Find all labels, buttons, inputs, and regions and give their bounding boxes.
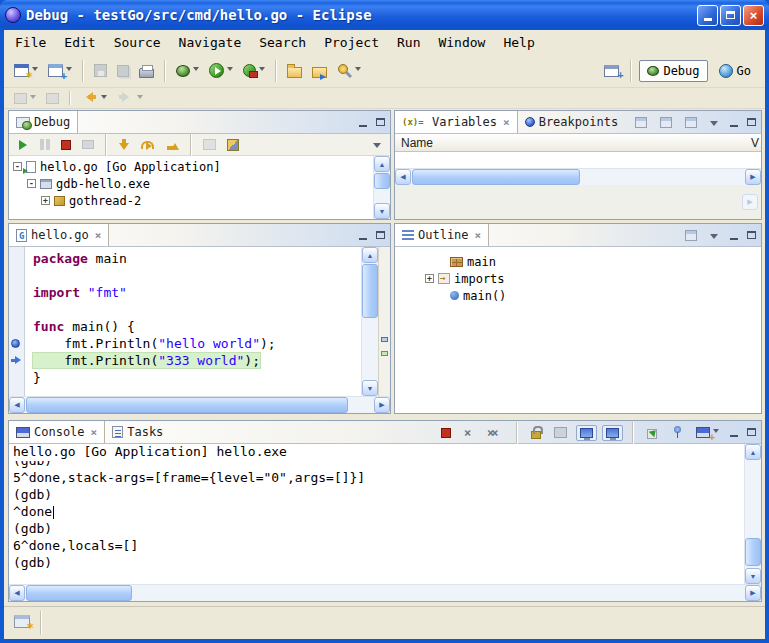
close-tab-icon[interactable]: ×	[475, 230, 482, 241]
collapse-all-button[interactable]	[681, 227, 701, 244]
editor-vertical-scrollbar[interactable]: ▲ ▼	[361, 247, 378, 396]
menu-project[interactable]: Project	[315, 32, 388, 53]
show-logical-structures-button[interactable]	[656, 114, 676, 131]
code-line[interactable]: package main	[33, 251, 361, 268]
open-console-button[interactable]	[692, 424, 723, 441]
last-edit-location-button[interactable]	[10, 90, 40, 107]
scroll-left-icon[interactable]: ◀	[395, 169, 411, 185]
console-vertical-scrollbar[interactable]: ▲ ▼	[744, 444, 761, 584]
code-line[interactable]: fmt.Println("hello world");	[33, 336, 361, 353]
outline-tree[interactable]: main+importsmain()	[395, 247, 761, 413]
tree-item-gdb-hello-exe[interactable]: -gdb-hello.exe	[9, 175, 373, 192]
close-tab-icon[interactable]: ×	[91, 427, 98, 438]
view-menu-button[interactable]	[706, 116, 723, 130]
maximize-view-button[interactable]	[743, 227, 759, 242]
scroll-thumb[interactable]	[745, 538, 761, 566]
overview-marker[interactable]	[381, 337, 388, 342]
perspective-go-button[interactable]: Go	[711, 60, 759, 82]
resume-button[interactable]	[13, 136, 33, 154]
save-button[interactable]	[90, 61, 111, 80]
minimize-view-button[interactable]	[726, 114, 742, 129]
debug-tree[interactable]: -hello.go [Go Application]-gdb-hello.exe…	[9, 158, 373, 209]
overview-ruler[interactable]	[378, 247, 390, 396]
minimize-view-button[interactable]	[726, 227, 742, 242]
instruction-pointer-marker[interactable]	[11, 356, 23, 366]
menu-run[interactable]: Run	[388, 32, 429, 53]
expand-icon[interactable]: +	[41, 196, 50, 205]
next-annotation-button[interactable]	[42, 90, 63, 107]
new-go-element-button[interactable]	[44, 61, 76, 80]
show-type-names-button[interactable]	[631, 114, 651, 131]
maximize-button[interactable]	[720, 5, 741, 26]
scroll-right-icon[interactable]: ▶	[374, 397, 390, 413]
code-line[interactable]: }	[33, 370, 361, 387]
scroll-thumb[interactable]	[412, 169, 580, 185]
scroll-up-icon[interactable]: ▲	[745, 444, 761, 460]
drop-to-frame-button[interactable]	[199, 136, 220, 153]
overview-marker[interactable]	[381, 351, 388, 356]
collapse-all-button[interactable]	[681, 114, 701, 131]
scroll-right-icon[interactable]: ▶	[742, 194, 758, 210]
perspective-debug-button[interactable]: Debug	[639, 60, 707, 82]
menu-window[interactable]: Window	[429, 32, 494, 53]
show-console-stdout-button[interactable]	[576, 425, 597, 441]
debug-button[interactable]	[172, 62, 203, 80]
debug-vertical-scrollbar[interactable]: ▲ ▼	[373, 156, 390, 219]
annotation-ruler[interactable]	[9, 247, 25, 396]
pin-console-button[interactable]	[668, 423, 687, 442]
run-button[interactable]	[205, 60, 237, 81]
menu-search[interactable]: Search	[250, 32, 315, 53]
close-button[interactable]: ×	[743, 5, 764, 26]
scroll-up-icon[interactable]: ▲	[374, 156, 390, 172]
terminate-button[interactable]	[57, 137, 75, 153]
menu-file[interactable]: File	[6, 32, 55, 53]
scroll-thumb[interactable]	[26, 585, 132, 601]
remove-all-launches-button[interactable]	[483, 424, 507, 442]
tree-item-hello-go-go-application-[interactable]: -hello.go [Go Application]	[9, 158, 373, 175]
open-go-type-button[interactable]	[283, 61, 306, 81]
run-external-tools-button[interactable]	[239, 61, 269, 80]
menu-source[interactable]: Source	[105, 32, 170, 53]
show-console-stderr-button[interactable]	[602, 425, 623, 441]
scroll-thumb[interactable]	[362, 264, 378, 318]
variables-horizontal-scrollbar[interactable]: ◀ ▶	[395, 168, 761, 185]
scroll-right-icon[interactable]: ▶	[745, 169, 761, 185]
collapse-icon[interactable]: -	[13, 162, 22, 171]
tab-breakpoints[interactable]: Breakpoints	[518, 111, 625, 133]
tab-variables[interactable]: Variables ×	[395, 111, 518, 133]
menu-help[interactable]: Help	[494, 32, 543, 53]
scroll-up-icon[interactable]: ▲	[362, 247, 378, 263]
code-line[interactable]	[33, 268, 361, 285]
console-text[interactable]: (gdb)5^done,stack-args=[frame={level="0"…	[9, 461, 744, 584]
open-resource-button[interactable]	[308, 61, 331, 81]
scroll-left-icon[interactable]: ◀	[9, 585, 25, 601]
minimize-view-button[interactable]	[726, 424, 742, 439]
open-perspective-button[interactable]	[600, 62, 623, 80]
code-line[interactable]: func main() {	[33, 319, 361, 336]
clear-console-button[interactable]	[550, 424, 571, 441]
tab-tasks[interactable]: Tasks	[105, 421, 170, 443]
maximize-view-button[interactable]	[743, 114, 759, 129]
tab-debug[interactable]: Debug	[9, 111, 78, 133]
menu-navigate[interactable]: Navigate	[170, 32, 251, 53]
breakpoint-marker[interactable]	[11, 339, 20, 348]
minimize-view-button[interactable]	[355, 227, 371, 242]
step-over-button[interactable]	[137, 136, 160, 154]
code-line[interactable]	[33, 302, 361, 319]
minimize-view-button[interactable]	[355, 114, 371, 129]
view-menu-button[interactable]	[706, 229, 723, 243]
tree-item-imports[interactable]: +imports	[421, 270, 761, 287]
print-button[interactable]	[135, 61, 158, 81]
minimize-button[interactable]	[697, 5, 718, 26]
step-into-button[interactable]	[114, 136, 134, 154]
code-line[interactable]: import "fmt"	[33, 285, 361, 302]
collapse-icon[interactable]: -	[27, 179, 36, 188]
save-all-button[interactable]	[113, 62, 133, 80]
code-line[interactable]: fmt.Println("333 world");	[33, 353, 361, 370]
tree-item-gothread-2[interactable]: +gothread-2	[9, 192, 373, 209]
tab-outline[interactable]: Outline ×	[395, 224, 489, 246]
view-menu-button[interactable]	[369, 138, 386, 152]
editor-horizontal-scrollbar[interactable]: ◀ ▶	[9, 396, 390, 413]
scroll-thumb[interactable]	[26, 397, 348, 413]
maximize-view-button[interactable]	[372, 227, 388, 242]
